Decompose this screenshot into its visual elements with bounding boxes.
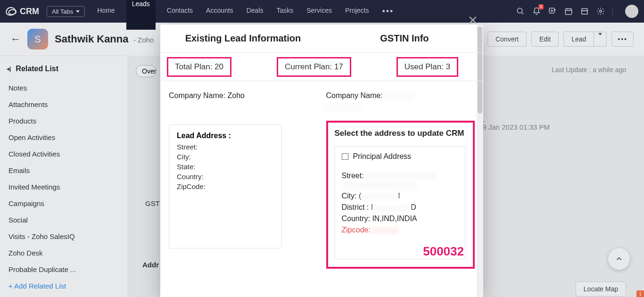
gst-zipcode: Zipcode: xyxy=(342,224,459,236)
nav-home[interactable]: Home xyxy=(95,0,116,23)
bell-icon[interactable]: 3 xyxy=(532,7,541,16)
app-name: CRM xyxy=(20,7,39,16)
svg-line-1 xyxy=(521,12,523,14)
used-plan-box: Used Plan: 3 xyxy=(396,57,458,77)
add-icon[interactable] xyxy=(548,7,557,16)
nav-projects[interactable]: Projects xyxy=(343,0,371,23)
main-nav: Home Leads Contacts Accounts Deals Tasks… xyxy=(95,0,396,23)
nav-contacts[interactable]: Contacts xyxy=(165,0,195,23)
gst-street: Street: xyxy=(342,170,459,190)
gst-country: Country: IN,IND,INDIA xyxy=(342,213,459,224)
current-plan-box: Current Plan: 17 xyxy=(277,57,351,77)
modal: Existing Lead Information GSTIN Info Tot… xyxy=(160,25,483,297)
total-plan-box: Total Plan: 20 xyxy=(167,57,231,77)
principal-checkbox[interactable] xyxy=(342,153,348,160)
store-icon[interactable] xyxy=(580,7,589,16)
search-icon[interactable] xyxy=(516,7,525,16)
lead-address-box: Lead Address : Street: City: State: Coun… xyxy=(169,124,282,248)
modal-tab-existing[interactable]: Existing Lead Information xyxy=(160,33,326,44)
svg-point-11 xyxy=(600,10,602,13)
nav-services[interactable]: Services xyxy=(305,0,334,23)
nav-tasks[interactable]: Tasks xyxy=(274,0,295,23)
select-address-box: Select the address to update CRM Princip… xyxy=(326,121,475,269)
principal-label: Principal Address xyxy=(353,152,412,161)
logo-icon xyxy=(5,7,17,16)
nav-accounts[interactable]: Accounts xyxy=(204,0,235,23)
notif-badge: 3 xyxy=(538,4,544,9)
svg-point-0 xyxy=(517,8,522,13)
gst-bignum: 500032 xyxy=(423,244,464,259)
svg-rect-7 xyxy=(565,9,572,15)
company-left: Company Name: Zoho xyxy=(169,91,318,100)
chevron-down-icon xyxy=(76,10,80,13)
all-tabs-button[interactable]: All Tabs xyxy=(47,6,85,17)
calendar-icon[interactable] xyxy=(564,7,573,16)
gear-icon[interactable] xyxy=(596,7,605,16)
gst-district: District : ID xyxy=(342,202,459,213)
profile-avatar[interactable] xyxy=(625,5,638,18)
gst-city: City: (I xyxy=(342,190,459,202)
nav-more-icon[interactable]: ••• xyxy=(380,0,396,23)
redacted xyxy=(385,93,413,99)
principal-address-card[interactable]: Principal Address Street: City: (I Distr… xyxy=(335,146,466,259)
nav-deals[interactable]: Deals xyxy=(245,0,265,23)
modal-tab-gstin[interactable]: GSTIN Info xyxy=(326,33,483,44)
company-right: Company Name: xyxy=(326,91,475,112)
